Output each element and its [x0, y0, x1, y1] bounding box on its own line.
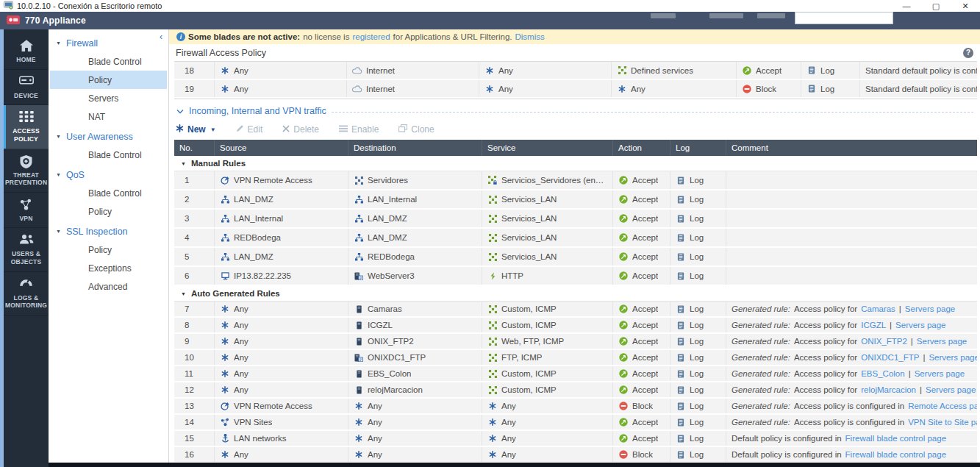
group-label: Auto Generated Rules — [191, 289, 280, 298]
cell-label: EBS_Colon — [368, 369, 411, 378]
incoming-section-header[interactable]: Incoming, Internal and VPN traffic — [169, 103, 980, 119]
new-button[interactable]: New ▼ — [176, 124, 216, 135]
nav-item-nat[interactable]: NAT — [50, 107, 167, 126]
rule-row-9[interactable]: 9 AnyONIX_FTP2Web, FTP, ICMP AcceptLogGe… — [174, 334, 977, 350]
comment-text: Access policy for — [794, 337, 857, 346]
rule-row-16[interactable]: 16 AnyAnyAny BlockLogDefault policy is c… — [174, 447, 977, 463]
column-header-service: Service — [482, 140, 613, 156]
nav-group-user-awareness[interactable]: ▼ User Awareness — [49, 127, 168, 146]
cell: ICGZL — [348, 318, 482, 332]
nav-item-label: Exceptions — [88, 263, 132, 274]
group-row-auto-generated-rules[interactable]: ▼ Auto Generated Rules — [174, 286, 977, 302]
comment-link[interactable]: Servers page — [895, 321, 945, 329]
comment-link[interactable]: Servers page — [905, 304, 955, 313]
service-group-icon — [487, 386, 498, 394]
log-icon — [676, 451, 686, 459]
comment-cell: Generated rule: Access policy for relojM… — [726, 382, 977, 397]
any-icon — [220, 305, 230, 313]
secondary-sidebar: ‹ ▼ Firewall Blade Control Policy Server… — [49, 29, 169, 467]
cell: Servidores — [348, 171, 482, 189]
minimize-button[interactable]: — — [892, 0, 921, 12]
rule-row-12[interactable]: 12 AnyrelojMarcacionCustom, ICMP AcceptL… — [174, 382, 977, 399]
action-cell: Accept — [613, 248, 670, 265]
app-title: 770 Appliance — [25, 15, 86, 26]
nav-group-qos[interactable]: ▼ QoS — [49, 165, 168, 184]
comment-link[interactable]: ONIXDC1_FTP — [861, 353, 919, 362]
rail-item-vpn[interactable]: VPN — [4, 193, 49, 229]
nav-item-blade-control[interactable]: Blade Control — [50, 52, 167, 71]
close-button[interactable]: ✕ — [951, 0, 980, 12]
action-cell: Accept — [613, 171, 670, 189]
log-label: Log — [820, 66, 834, 75]
dismiss-link[interactable]: Dismiss — [515, 32, 544, 41]
comment-link[interactable]: Remote Access page — [908, 402, 977, 410]
cell: VPN Remote Access — [215, 171, 348, 189]
rule-row-7[interactable]: 7 AnyCamarasCustom, ICMP AcceptLogGenera… — [174, 302, 977, 318]
cell: VPN Remote Access — [215, 399, 348, 413]
rail-item-threat-prevention[interactable]: THREAT PREVENTION — [4, 149, 49, 193]
comment-link[interactable]: Camaras — [861, 304, 895, 313]
comment-link[interactable]: Servers page — [917, 337, 967, 346]
clone-button[interactable]: Clone — [398, 124, 434, 135]
help-icon[interactable]: ? — [963, 48, 973, 58]
registered-link[interactable]: registered — [352, 32, 390, 41]
nav-group-firewall[interactable]: ▼ Firewall — [49, 34, 168, 52]
rule-row-8[interactable]: 8 AnyICGZLCustom, ICMP AcceptLogGenerate… — [174, 318, 977, 334]
cell-label: relojMarcacion — [368, 385, 423, 394]
comment-link[interactable]: ICGZL — [861, 321, 886, 329]
header-search-input[interactable] — [795, 12, 893, 24]
comment-link[interactable]: Servers page — [926, 385, 976, 394]
comment-link[interactable]: ONIX_FTP2 — [861, 337, 907, 346]
delete-button[interactable]: Delete — [282, 124, 319, 135]
nav-item-policy[interactable]: Policy — [50, 71, 167, 89]
rule-row-10[interactable]: 10 AnyONIXDC1_FTPFTP, ICMP AcceptLogGene… — [174, 350, 977, 366]
nav-item-advanced[interactable]: Advanced — [50, 277, 167, 296]
log-cell: Log — [670, 382, 726, 397]
cell: Any — [215, 447, 348, 462]
rule-row-2[interactable]: 2 LAN_DMZLAN_InternalServicios_LAN Accep… — [174, 190, 977, 210]
nav-item-blade-control[interactable]: Blade Control — [50, 184, 167, 202]
rule-row-3[interactable]: 3 LAN_InternalLAN_DMZServicios_LAN Accep… — [174, 210, 977, 229]
comment-link[interactable]: relojMarcacion — [861, 385, 916, 394]
rule-row-11[interactable]: 11 AnyEBS_ColonCustom, ICMP AcceptLogGen… — [174, 366, 977, 382]
comment-link[interactable]: Servers page — [929, 353, 977, 362]
column-header-destination: Destination — [348, 140, 482, 156]
rule-row-19[interactable]: 19 AnyInternetAnyAny BlockLogStandard de… — [174, 80, 977, 99]
rail-item-access-policy[interactable]: ACCESS POLICY — [4, 105, 49, 149]
log-icon — [676, 305, 686, 313]
nav-group-ssl-inspection[interactable]: ▼ SSL Inspection — [49, 222, 168, 240]
comment-link[interactable]: EBS_Colon — [861, 369, 904, 378]
rule-row-13[interactable]: 13 VPN Remote AccessAnyAny BlockLogGener… — [174, 399, 977, 415]
rule-row-14[interactable]: 14 VPN SitesAnyAny AcceptLogGenerated ru… — [174, 415, 977, 431]
notice-bold-text: Some blades are not active: — [188, 32, 300, 41]
rail-item-logs-monitoring[interactable]: LOGS & MONITORING — [4, 272, 49, 316]
chevron-down-icon — [176, 106, 184, 116]
comment-link[interactable]: Firewall blade control page — [845, 450, 946, 459]
group-row-manual-rules[interactable]: ▼ Manual Rules — [174, 156, 977, 171]
action-cell: Accept — [613, 415, 670, 429]
comment-link[interactable]: Firewall blade control page — [845, 434, 946, 443]
nav-item-policy[interactable]: Policy — [50, 240, 167, 259]
nav-item-blade-control[interactable]: Blade Control — [50, 146, 167, 164]
rule-row-5[interactable]: 5 LAN_DMZREDBodegaServicios_LAN AcceptLo… — [174, 248, 977, 267]
nav-item-exceptions[interactable]: Exceptions — [50, 259, 167, 277]
rule-row-1[interactable]: 1 VPN Remote AccessServidoresServicios_S… — [174, 171, 977, 190]
maximize-button[interactable]: ▢ — [921, 0, 951, 12]
cell-label: Custom, ICMP — [501, 304, 557, 313]
accept-icon — [618, 252, 629, 261]
edit-button[interactable]: Edit — [236, 124, 263, 135]
rail-item-home[interactable]: HOME — [4, 34, 49, 70]
comment-link[interactable]: VPN Site to Site page — [908, 418, 977, 427]
rule-row-18[interactable]: 18 AnyInternetAnyDefined services Accept… — [174, 62, 977, 80]
rail-item-device[interactable]: DEVICE — [4, 70, 49, 106]
sidebar-collapse-chevron[interactable]: ‹ — [160, 32, 162, 42]
rule-row-6[interactable]: 6 IP13.82.22.235WebServer3HTTP AcceptLog — [174, 267, 977, 286]
rule-row-15[interactable]: 15 LAN networksAnyAny AcceptLogDefault p… — [174, 431, 977, 447]
nav-item-policy[interactable]: Policy — [50, 202, 167, 221]
rule-row-4[interactable]: 4 REDBodegaLAN_DMZServicios_LAN AcceptLo… — [174, 229, 977, 248]
action-label: Accept — [632, 385, 658, 394]
comment-link[interactable]: Servers page — [915, 369, 965, 378]
rail-item-users-objects[interactable]: USERS & OBJECTS — [4, 228, 49, 271]
enable-button[interactable]: Enable — [339, 124, 379, 135]
nav-item-servers[interactable]: Servers — [50, 89, 167, 107]
